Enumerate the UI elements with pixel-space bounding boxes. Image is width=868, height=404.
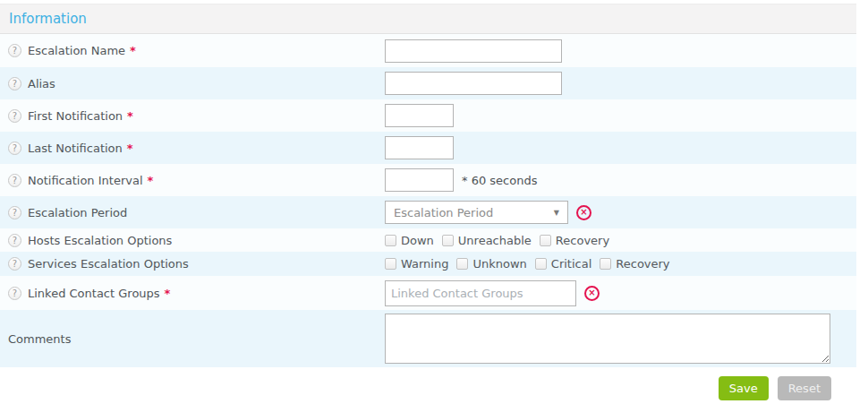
row-last-notification: ? Last Notification * xyxy=(0,132,856,164)
row-alias: ? Alias xyxy=(0,67,856,99)
help-icon[interactable]: ? xyxy=(8,109,21,123)
field-label: Comments xyxy=(8,332,71,346)
label-services-escalation-options: ? Services Escalation Options xyxy=(0,257,385,271)
label-last-notification: ? Last Notification * xyxy=(0,142,385,155)
help-icon[interactable]: ? xyxy=(8,174,21,187)
row-notification-interval: ? Notification Interval * * 60 seconds xyxy=(0,164,856,196)
help-icon[interactable]: ? xyxy=(8,77,21,90)
row-escalation-period: ? Escalation Period Escalation Period ▼ … xyxy=(0,196,856,228)
row-hosts-escalation-options: ? Hosts Escalation Options Down Unreacha… xyxy=(0,228,856,252)
save-button[interactable]: Save xyxy=(719,376,769,400)
checkbox-label-unknown: Unknown xyxy=(472,257,526,271)
required-asterisk: * xyxy=(165,287,171,300)
checkbox-label-critical: Critical xyxy=(551,257,591,271)
checkbox-warning[interactable] xyxy=(385,258,396,270)
alias-input[interactable] xyxy=(385,72,562,95)
select-placeholder: Escalation Period xyxy=(394,206,493,219)
interval-unit-hint: * 60 seconds xyxy=(462,174,537,187)
control-last-notification xyxy=(385,136,856,159)
row-services-escalation-options: ? Services Escalation Options Warning Un… xyxy=(0,252,856,276)
control-first-notification xyxy=(385,104,856,127)
help-icon[interactable]: ? xyxy=(8,44,21,57)
control-escalation-period: Escalation Period ▼ × xyxy=(385,201,856,224)
last-notification-input[interactable] xyxy=(385,136,454,159)
field-label: Notification Interval xyxy=(28,174,143,187)
field-label: Last Notification xyxy=(28,142,123,155)
required-asterisk: * xyxy=(127,109,133,123)
comments-textarea[interactable] xyxy=(385,314,830,364)
help-icon[interactable]: ? xyxy=(8,206,21,219)
chevron-down-icon: ▼ xyxy=(554,209,559,217)
control-hosts-escalation-options: Down Unreachable Recovery xyxy=(385,234,856,247)
help-icon[interactable]: ? xyxy=(8,142,21,155)
required-asterisk: * xyxy=(127,142,133,155)
checkbox-unknown[interactable] xyxy=(456,258,468,270)
label-first-notification: ? First Notification * xyxy=(0,109,385,123)
checkbox-label-recovery: Recovery xyxy=(616,257,669,271)
label-hosts-escalation-options: ? Hosts Escalation Options xyxy=(0,234,385,247)
field-label: Escalation Name xyxy=(28,44,125,57)
checkbox-critical[interactable] xyxy=(535,258,547,270)
field-label: Linked Contact Groups xyxy=(28,287,160,300)
help-icon[interactable]: ? xyxy=(8,234,21,247)
escalation-form-panel: Information ? Escalation Name * ? Alias … xyxy=(0,4,856,367)
escalation-period-select[interactable]: Escalation Period ▼ xyxy=(385,201,568,224)
label-alias: ? Alias xyxy=(0,77,385,90)
first-notification-input[interactable] xyxy=(385,104,454,127)
row-comments: Comments xyxy=(0,310,856,367)
checkbox-recovery[interactable] xyxy=(600,258,611,270)
checkbox-label-warning: Warning xyxy=(401,257,448,271)
checkbox-recovery[interactable] xyxy=(540,235,551,246)
help-icon[interactable]: ? xyxy=(8,287,21,300)
row-escalation-name: ? Escalation Name * xyxy=(0,34,856,67)
label-escalation-period: ? Escalation Period xyxy=(0,206,385,219)
field-label: Escalation Period xyxy=(28,206,127,219)
field-label: Alias xyxy=(28,77,55,90)
field-label: Hosts Escalation Options xyxy=(28,234,172,247)
clear-selection-icon[interactable]: × xyxy=(584,286,600,301)
section-title: Information xyxy=(9,11,87,27)
row-first-notification: ? First Notification * xyxy=(0,99,856,132)
section-header: Information xyxy=(0,4,856,34)
required-asterisk: * xyxy=(130,44,136,57)
escalation-name-input[interactable] xyxy=(385,39,562,63)
required-asterisk: * xyxy=(148,174,154,187)
control-escalation-name xyxy=(385,39,856,63)
notification-interval-input[interactable] xyxy=(385,168,454,192)
label-escalation-name: ? Escalation Name * xyxy=(0,44,385,57)
reset-button[interactable]: Reset xyxy=(778,376,831,400)
clear-selection-icon[interactable]: × xyxy=(576,205,591,220)
linked-contact-groups-input[interactable] xyxy=(385,280,576,306)
checkbox-label-recovery: Recovery xyxy=(556,234,609,247)
control-notification-interval: * 60 seconds xyxy=(385,168,856,192)
control-alias xyxy=(385,72,856,95)
label-linked-contact-groups: ? Linked Contact Groups * xyxy=(0,287,385,300)
field-label: Services Escalation Options xyxy=(28,257,189,271)
help-icon[interactable]: ? xyxy=(8,257,21,271)
checkbox-unreachable[interactable] xyxy=(442,235,454,246)
row-linked-contact-groups: ? Linked Contact Groups * × xyxy=(0,276,856,310)
checkbox-label-down: Down xyxy=(401,234,434,247)
control-services-escalation-options: Warning Unknown Critical Recovery xyxy=(385,257,856,271)
control-comments xyxy=(385,310,856,367)
field-label: First Notification xyxy=(28,109,123,123)
checkbox-down[interactable] xyxy=(385,235,396,246)
form-actions: Save Reset xyxy=(0,367,868,400)
label-comments: Comments xyxy=(0,332,385,346)
label-notification-interval: ? Notification Interval * xyxy=(0,174,385,187)
checkbox-label-unreachable: Unreachable xyxy=(458,234,532,247)
control-linked-contact-groups: × xyxy=(385,280,856,306)
